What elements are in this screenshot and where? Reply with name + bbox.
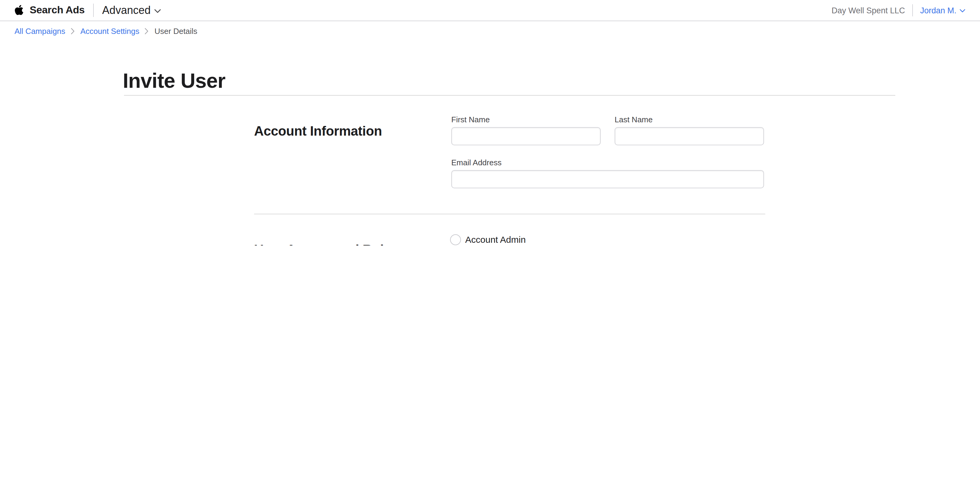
advanced-menu[interactable]: Advanced xyxy=(102,4,161,17)
first-name-field[interactable] xyxy=(451,127,601,145)
breadcrumb-item-all-campaigns[interactable]: All Campaigns xyxy=(14,26,65,35)
breadcrumb: All Campaigns Account Settings User Deta… xyxy=(0,21,980,41)
brand-title: Search Ads xyxy=(30,4,85,16)
divider xyxy=(254,214,765,214)
email-label: Email Address xyxy=(451,158,501,167)
role-options-list: Account Admin Manage account settings an… xyxy=(450,234,740,246)
breadcrumb-item-user-details: User Details xyxy=(154,26,197,35)
user-menu-label: Jordan M. xyxy=(920,6,956,15)
account-information-heading: Account Information xyxy=(254,124,382,140)
first-name-label: First Name xyxy=(451,115,490,124)
user-access-heading: User Access and Role xyxy=(254,242,391,246)
divider xyxy=(124,95,895,96)
apple-logo-icon xyxy=(14,4,24,16)
nav-divider xyxy=(93,4,94,17)
last-name-field[interactable] xyxy=(615,127,764,145)
chevron-down-icon xyxy=(154,9,161,13)
top-nav: Search Ads Advanced Day Well Spent LLC J… xyxy=(0,0,980,21)
email-field[interactable] xyxy=(451,170,764,188)
role-option-label: Account Admin xyxy=(465,234,637,246)
top-nav-left: Search Ads Advanced xyxy=(14,4,161,17)
chevron-right-icon xyxy=(145,28,149,35)
chevron-down-icon xyxy=(959,9,966,13)
chevron-right-icon xyxy=(71,28,75,35)
user-menu[interactable]: Jordan M. xyxy=(920,6,966,15)
org-name: Day Well Spent LLC xyxy=(832,6,905,15)
last-name-label: Last Name xyxy=(615,115,653,124)
breadcrumb-item-account-settings[interactable]: Account Settings xyxy=(80,26,140,35)
radio-button[interactable] xyxy=(450,234,461,245)
advanced-menu-label: Advanced xyxy=(102,4,151,17)
nav-divider xyxy=(912,4,913,16)
role-option-account-admin[interactable]: Account Admin Manage account settings an… xyxy=(450,234,740,246)
top-nav-right: Day Well Spent LLC Jordan M. xyxy=(832,4,966,16)
invite-user-page: Search Ads Advanced Day Well Spent LLC J… xyxy=(0,0,980,246)
page-title: Invite User xyxy=(123,69,225,92)
